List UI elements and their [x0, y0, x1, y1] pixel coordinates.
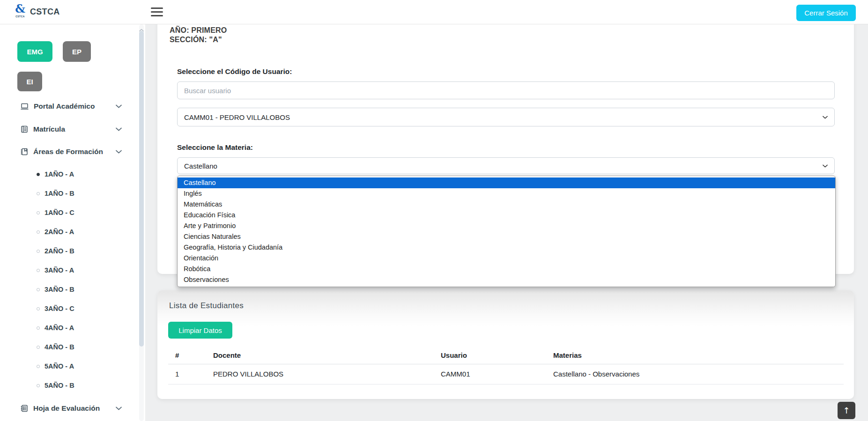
chevron-down-icon [116, 127, 122, 131]
select-caret-icon [823, 164, 828, 168]
chevron-down-icon [116, 406, 122, 410]
bullet-icon [37, 269, 40, 272]
sidebar-scrollbar-thumb[interactable] [139, 31, 144, 347]
bullet-icon [37, 288, 40, 291]
sidebar-item-portal-academico[interactable]: Portal Académico [21, 101, 122, 112]
user-select-value: CAMM01 - PEDRO VILLALOBOS [184, 113, 290, 121]
sidebar-item-hoja-de-evaluacion[interactable]: Hoja de Evaluación [21, 403, 122, 414]
option-castellano[interactable]: Castellano [178, 177, 835, 188]
option-robotica[interactable]: Robótica [178, 264, 835, 274]
teachers-table: # Docente Usuario Materias 1 PEDRO VILLA… [168, 350, 844, 384]
sidebar-item-label: Hoja de Evaluación [33, 404, 100, 413]
sidebar-item-label: Áreas de Formación [33, 148, 103, 156]
sidebar-section-2ano-a[interactable]: 2AÑO - A [37, 226, 121, 237]
sidebar: EMG EP EI Portal Académico Matrícula Áre… [0, 24, 145, 421]
level-button-ep[interactable]: EP [63, 41, 91, 62]
sidebar-section-4ano-a[interactable]: 4AÑO - A [37, 322, 121, 333]
sidebar-item-label: Matrícula [33, 125, 65, 133]
hamburger-menu-icon[interactable] [151, 7, 163, 17]
heading-year: AÑO: PRIMERO [170, 26, 227, 35]
page-heading: AÑO: PRIMERO SECCIÓN: "A" [170, 26, 227, 44]
up-arrow-icon: ↑ [843, 406, 850, 415]
cell-materias: Castellano - Observaciones [546, 364, 844, 384]
section-label: 5AÑO - A [45, 362, 74, 370]
option-arte-y-patrimonio[interactable]: Arte y Patrimonio [178, 221, 835, 231]
student-list-title: Lista de Estudiantes [169, 301, 244, 310]
logout-button[interactable]: Cerrar Sesión [796, 5, 856, 21]
bullet-icon [37, 365, 40, 368]
section-label: 3AÑO - B [45, 286, 74, 293]
option-orientacion[interactable]: Orientación [178, 253, 835, 264]
logo-ampersand: & [12, 3, 29, 15]
student-list-card: Lista de Estudiantes Limpiar Datos # Doc… [157, 290, 854, 399]
sheet-list-icon [21, 405, 28, 412]
sidebar-section-3ano-a[interactable]: 3AÑO - A [37, 265, 121, 276]
section-label: 1AÑO - C [45, 209, 74, 216]
sidebar-section-1ano-a[interactable]: 1AÑO - A [37, 169, 121, 180]
cell-usuario: CAMM01 [434, 364, 546, 384]
subject-label: Seleccione la Materia: [177, 143, 253, 152]
clear-data-button[interactable]: Limpiar Datos [168, 322, 232, 339]
level-button-emg[interactable]: EMG [17, 41, 52, 62]
bullet-icon [37, 346, 40, 349]
bullet-icon [37, 326, 40, 330]
sidebar-section-5ano-b[interactable]: 5AÑO - B [37, 380, 121, 391]
cstca-logo-icon: & CSTCA [12, 3, 29, 18]
subject-dropdown-list: Castellano Inglés Matemáticas Educación … [177, 176, 836, 287]
level-button-ei[interactable]: EI [17, 72, 42, 91]
journal-icon [21, 126, 28, 133]
scroll-to-top-button[interactable]: ↑ [838, 402, 855, 419]
user-code-label: Seleccione el Código de Usuario: [177, 67, 292, 76]
cell-docente: PEDRO VILLALOBOS [206, 364, 434, 384]
subject-select-value: Castellano [184, 162, 217, 170]
option-observaciones[interactable]: Observaciones [178, 274, 835, 285]
section-label: 3AÑO - C [45, 305, 74, 312]
sidebar-section-1ano-c[interactable]: 1AÑO - C [37, 207, 121, 218]
col-header-num: # [168, 350, 206, 364]
sidebar-section-3ano-b[interactable]: 3AÑO - B [37, 284, 121, 295]
sidebar-item-matricula[interactable]: Matrícula [21, 124, 122, 135]
sidebar-section-4ano-b[interactable]: 4AÑO - B [37, 341, 121, 353]
bullet-icon [37, 230, 40, 234]
option-geografia-historia-ciudadania[interactable]: Geografía, Historia y Ciudadanía [178, 242, 835, 253]
user-select[interactable]: CAMM01 - PEDRO VILLALOBOS [177, 108, 835, 126]
bullet-icon [37, 211, 40, 214]
section-label: 5AÑO - B [45, 382, 74, 389]
option-ciencias-naturales[interactable]: Ciencias Naturales [178, 231, 835, 242]
col-header-docente: Docente [206, 350, 434, 364]
bullet-icon [37, 307, 40, 310]
search-user-input[interactable] [177, 81, 835, 99]
sidebar-section-5ano-a[interactable]: 5AÑO - A [37, 361, 121, 372]
chevron-down-icon [116, 104, 122, 108]
option-matematicas[interactable]: Matemáticas [178, 199, 835, 210]
sidebar-section-3ano-c[interactable]: 3AÑO - C [37, 303, 121, 314]
bullet-icon [37, 192, 40, 195]
section-label: 4AÑO - B [45, 343, 74, 351]
sidebar-item-label: Portal Académico [34, 102, 95, 111]
bullet-icon [37, 384, 40, 387]
brand-title: CSTCA [30, 7, 60, 17]
table-row: 1 PEDRO VILLALOBOS CAMM01 Castellano - O… [168, 364, 844, 384]
table-header-row: # Docente Usuario Materias [168, 350, 844, 364]
section-label: 1AÑO - B [45, 190, 74, 197]
chevron-down-icon [116, 150, 122, 154]
section-label: 2AÑO - A [45, 228, 74, 236]
sidebar-section-1ano-b[interactable]: 1AÑO - B [37, 188, 121, 199]
option-educacion-fisica[interactable]: Educación Física [178, 210, 835, 221]
sidebar-section-2ano-b[interactable]: 2AÑO - B [37, 245, 121, 257]
section-label: 1AÑO - A [45, 170, 74, 178]
logo-caption: CSTCA [12, 15, 29, 18]
subject-select[interactable]: Castellano [177, 157, 835, 174]
bullet-icon [37, 250, 40, 253]
col-header-usuario: Usuario [434, 350, 546, 364]
section-label: 2AÑO - B [45, 247, 74, 255]
select-caret-icon [823, 116, 828, 119]
sidebar-item-areas-de-formacion[interactable]: Áreas de Formación [21, 146, 122, 157]
monitor-icon [21, 103, 29, 110]
app-header: & CSTCA CSTCA Cerrar Sesión [0, 0, 868, 24]
book-bookmark-icon [21, 148, 28, 155]
option-ingles[interactable]: Inglés [178, 188, 835, 199]
heading-section: SECCIÓN: "A" [170, 35, 227, 44]
cell-num: 1 [168, 364, 206, 384]
active-bullet-icon [37, 173, 40, 176]
